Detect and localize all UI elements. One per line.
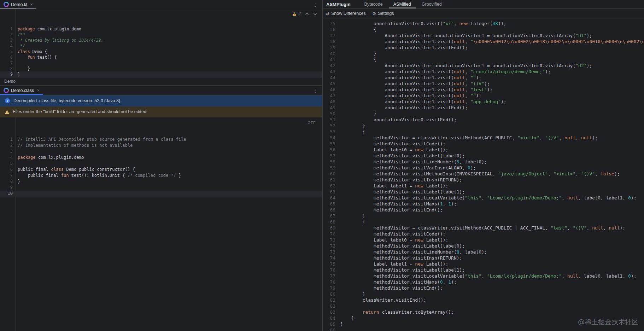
- kotlin-class-icon: [4, 88, 9, 93]
- settings-button[interactable]: ⚙ Settings: [372, 11, 394, 16]
- code-line[interactable]: 69 methodVisitor = classWriter.visitMeth…: [323, 225, 644, 231]
- code-line[interactable]: 9}: [0, 71, 322, 77]
- code-line[interactable]: 80 }: [323, 291, 644, 297]
- code-line[interactable]: 78 methodVisitor.visitMaxs(0, 1);: [323, 279, 644, 285]
- code-line[interactable]: 86: [323, 327, 644, 331]
- code-line[interactable]: 45 annotationVisitor1.visit(null, "()V")…: [323, 81, 644, 87]
- warning-counter[interactable]: 2: [292, 11, 301, 17]
- code-line[interactable]: 2// Implementation of methods is not ava…: [0, 143, 322, 149]
- code-line[interactable]: 3: [0, 149, 322, 155]
- line-number: 78: [323, 279, 338, 285]
- code-line[interactable]: 64 methodVisitor.visitLocalVariable("thi…: [323, 195, 644, 201]
- code-line[interactable]: 48 annotationVisitor1.visit(null, "app_d…: [323, 99, 644, 105]
- code-line[interactable]: 44 annotationVisitor1.visit(null, "");: [323, 75, 644, 81]
- kebab-menu-icon[interactable]: ⋮: [309, 86, 322, 95]
- code-line[interactable]: 72 methodVisitor.visitLabel(label0);: [323, 243, 644, 249]
- line-number: 6: [0, 54, 15, 60]
- code-line[interactable]: 57 methodVisitor.visitLabel(label0);: [323, 153, 644, 159]
- inspection-widget[interactable]: 2: [292, 11, 317, 17]
- code-line[interactable]: 55 methodVisitor.visitCode();: [323, 141, 644, 147]
- tab-bytecode[interactable]: Bytecode: [360, 0, 387, 8]
- code-line[interactable]: 7: [0, 60, 322, 66]
- code-line[interactable]: 3 * Created by lixiong on 2024/4/29.: [0, 37, 322, 43]
- code-line[interactable]: 51 annotationVisitor0.visitEnd();: [323, 117, 644, 123]
- code-line[interactable]: 70 methodVisitor.visitCode();: [323, 231, 644, 237]
- code-line[interactable]: 77 methodVisitor.visitLocalVariable("thi…: [323, 273, 644, 279]
- code-line[interactable]: 10: [0, 191, 322, 197]
- code-line[interactable]: 79 methodVisitor.visitEnd();: [323, 285, 644, 291]
- code-line[interactable]: 7 public final fun test(): kotlin.Unit {…: [0, 173, 322, 179]
- code-line[interactable]: 53 {: [323, 129, 644, 135]
- close-icon[interactable]: ×: [37, 88, 40, 93]
- tab-demo-kt[interactable]: Demo.kt ×: [0, 0, 36, 9]
- code-line[interactable]: 1// IntelliJ API Decompiler stub source …: [0, 137, 322, 143]
- code-line[interactable]: 71 Label label0 = new Label();: [323, 237, 644, 243]
- line-number: 7: [0, 173, 15, 179]
- code-line[interactable]: 68 {: [323, 219, 644, 225]
- code-line[interactable]: 74 methodVisitor.visitInsn(RETURN);: [323, 255, 644, 261]
- tab-demo-class[interactable]: Demo.class ×: [0, 86, 43, 95]
- code-line[interactable]: 36 {: [323, 27, 644, 33]
- code-line[interactable]: 43 annotationVisitor1.visit(null, "Lcom/…: [323, 69, 644, 75]
- code-line[interactable]: 62 Label label1 = new Label();: [323, 183, 644, 189]
- decompiled-editor[interactable]: OFF 1// IntelliJ API Decompiler stub sou…: [0, 117, 322, 331]
- line-number: 40: [323, 51, 338, 57]
- code-line[interactable]: 38 annotationVisitor1.visit(null, "\u000…: [323, 39, 644, 45]
- code-line[interactable]: 61 methodVisitor.visitInsn(RETURN);: [323, 177, 644, 183]
- code-line[interactable]: 75 Label label1 = new Label();: [323, 261, 644, 267]
- code-line[interactable]: 65 methodVisitor.visitMaxs(1, 1);: [323, 201, 644, 207]
- code-line[interactable]: 6public final class Demo public construc…: [0, 167, 322, 173]
- code-line[interactable]: 42 AnnotationVisitor annotationVisitor1 …: [323, 63, 644, 69]
- code-line[interactable]: 8 }: [0, 66, 322, 71]
- code-line[interactable]: 76 methodVisitor.visitLabel(label1);: [323, 267, 644, 273]
- prev-issue-button[interactable]: [305, 13, 309, 15]
- line-number: 75: [323, 261, 338, 267]
- code-line[interactable]: 73 methodVisitor.visitLineNumber(8, labe…: [323, 249, 644, 255]
- tab-asmified[interactable]: ASMified: [389, 0, 416, 8]
- code-line[interactable]: 5: [0, 161, 322, 167]
- breadcrumb[interactable]: Demo: [0, 77, 322, 86]
- code-line[interactable]: 41 {: [323, 57, 644, 63]
- show-differences-button[interactable]: ⇄ Show Differences: [326, 11, 366, 16]
- close-icon[interactable]: ×: [30, 2, 33, 7]
- code-line[interactable]: 6 fun test() {: [0, 54, 322, 60]
- asmified-editor[interactable]: 35 annotationVisitor0.visit("xi", new In…: [323, 18, 644, 331]
- line-number: 4: [0, 155, 15, 161]
- code-line[interactable]: 4 */: [0, 43, 322, 49]
- code-line[interactable]: 59 methodVisitor.visitVarInsn(ALOAD, 0);: [323, 165, 644, 171]
- code-line[interactable]: 58 methodVisitor.visitLineNumber(5, labe…: [323, 159, 644, 165]
- kotlin-editor[interactable]: 2 1package com.lx.plugin.demo2/**3 * Cre…: [0, 9, 322, 77]
- code-line[interactable]: 37 AnnotationVisitor annotationVisitor1 …: [323, 33, 644, 39]
- line-number: 73: [323, 249, 338, 255]
- code-line[interactable]: 35 annotationVisitor0.visit("xi", new In…: [323, 21, 644, 27]
- code-line[interactable]: 8}: [0, 179, 322, 185]
- code-line[interactable]: 2/**: [0, 32, 322, 37]
- code-line[interactable]: 5class Demo {: [0, 49, 322, 54]
- next-issue-button[interactable]: [313, 13, 317, 15]
- code-line[interactable]: 46 annotationVisitor1.visit(null, "test"…: [323, 87, 644, 93]
- code-line[interactable]: 39 annotationVisitor1.visitEnd();: [323, 45, 644, 51]
- kotlin-editor-tabbar: Demo.kt × ⋮: [0, 0, 322, 9]
- code-line[interactable]: 60 methodVisitor.visitMethodInsn(INVOKES…: [323, 171, 644, 177]
- code-line[interactable]: 9: [0, 185, 322, 191]
- line-number: 52: [323, 123, 338, 129]
- code-line[interactable]: 47 annotationVisitor1.visit(null, "");: [323, 93, 644, 99]
- breadcrumb-item[interactable]: Demo: [4, 79, 16, 84]
- code-line[interactable]: 83 return classWriter.toByteArray();: [323, 309, 644, 315]
- kebab-menu-icon[interactable]: ⋮: [309, 0, 322, 9]
- code-line[interactable]: 52 }: [323, 123, 644, 129]
- code-line[interactable]: 40 }: [323, 51, 644, 57]
- code-line[interactable]: 63 methodVisitor.visitLabel(label1);: [323, 189, 644, 195]
- line-number: 50: [323, 111, 338, 117]
- code-line[interactable]: 54 methodVisitor = classWriter.visitMeth…: [323, 135, 644, 141]
- code-line[interactable]: 66 methodVisitor.visitEnd();: [323, 207, 644, 213]
- code-line[interactable]: 1package com.lx.plugin.demo: [0, 26, 322, 32]
- code-line[interactable]: 82: [323, 303, 644, 309]
- code-line[interactable]: 67 }: [323, 213, 644, 219]
- code-line[interactable]: 49 annotationVisitor1.visitEnd();: [323, 105, 644, 111]
- code-line[interactable]: 4package com.lx.plugin.demo: [0, 155, 322, 161]
- tab-groovified[interactable]: Groovified: [417, 0, 446, 8]
- code-line[interactable]: 56 Label label0 = new Label();: [323, 147, 644, 153]
- code-line[interactable]: 50 }: [323, 111, 644, 117]
- code-line[interactable]: 81 classWriter.visitEnd();: [323, 297, 644, 303]
